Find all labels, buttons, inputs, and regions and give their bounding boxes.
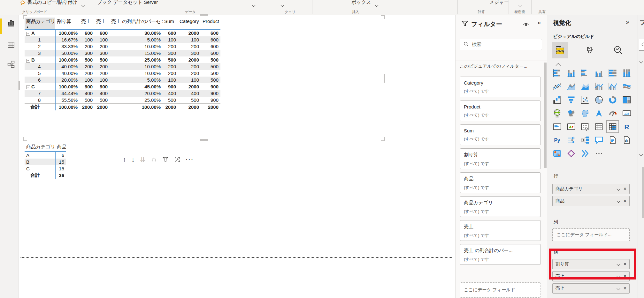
column-header[interactable]: 売上 — [80, 18, 95, 29]
cell[interactable]: 500 — [201, 63, 220, 70]
decomposition-tree-icon[interactable] — [579, 134, 591, 146]
eye-icon[interactable] — [523, 22, 529, 28]
filter-card[interactable]: Product(すべて) です — [460, 101, 541, 121]
report-view-button[interactable] — [7, 19, 15, 27]
table-row[interactable]: 116.67%1001005.00%100100600 — [25, 36, 220, 43]
column-header[interactable]: 商品カテゴリ — [25, 143, 55, 152]
r-script-visual-icon[interactable]: R — [621, 121, 632, 132]
100-stacked-bar-chart-icon[interactable] — [607, 67, 618, 79]
cell[interactable]: 40.00% — [55, 70, 80, 77]
waterfall-chart-icon[interactable] — [551, 94, 563, 106]
cell[interactable]: 100 — [80, 36, 95, 43]
donut-chart-icon[interactable] — [607, 94, 618, 106]
cell[interactable]: 200 — [80, 63, 95, 70]
cell[interactable]: 100.00% — [110, 104, 163, 111]
row-header[interactable]: C — [25, 165, 55, 172]
row-header[interactable]: −B — [25, 56, 55, 63]
cell[interactable]: 400 — [80, 90, 95, 97]
matrix-table[interactable]: 商品カテゴリ▲割り算売上売上売上 の列合計のパーセントSumCategoryPr… — [25, 18, 220, 110]
cell[interactable]: 500 — [95, 56, 110, 63]
cell[interactable]: 500 — [201, 70, 220, 77]
new-measure-button[interactable]: メジャー — [489, 0, 509, 5]
cell[interactable]: 200 — [178, 63, 201, 70]
filters-button[interactable] — [162, 156, 169, 163]
cell[interactable]: 16.67% — [55, 36, 80, 43]
cell[interactable]: 300 — [80, 50, 95, 56]
format-painter-button[interactable]: 書式のコピー/貼り付け — [27, 0, 77, 5]
ribbon-chart-icon[interactable] — [621, 81, 632, 92]
cell[interactable]: 25.00% — [110, 97, 163, 104]
cell[interactable]: 200 — [178, 43, 201, 50]
row-header[interactable]: 8 — [25, 97, 55, 104]
collapse-icon[interactable]: − — [26, 59, 30, 63]
cell[interactable]: 600 — [95, 29, 110, 36]
power-automate-icon[interactable] — [579, 148, 591, 159]
cell[interactable]: 40.00% — [55, 63, 80, 70]
cell[interactable]: 500 — [80, 97, 95, 104]
cell[interactable]: 900 — [163, 83, 178, 90]
arcgis-map-icon[interactable] — [551, 148, 563, 159]
row-header[interactable]: 6 — [25, 77, 55, 83]
remove-field-icon[interactable]: × — [624, 198, 626, 204]
row-header[interactable]: 合計 — [25, 104, 55, 111]
cell[interactable]: 600 — [201, 43, 220, 50]
collapse-icon[interactable]: − — [26, 32, 30, 36]
cell[interactable]: 10.00% — [110, 63, 163, 70]
resize-handle-right[interactable] — [384, 74, 385, 83]
tab-build-visual[interactable] — [552, 42, 568, 58]
resize-handle-top-right[interactable] — [381, 15, 385, 19]
column-header[interactable]: 商品カテゴリ▲ — [25, 18, 55, 29]
cell[interactable]: 2000 — [80, 104, 95, 111]
python-visual-icon[interactable]: Py — [551, 134, 563, 146]
drill-up-button[interactable]: ↑ — [123, 155, 126, 164]
cell[interactable]: 100 — [178, 36, 201, 43]
table-row[interactable]: 233.33%20020010.00%200200600 — [25, 43, 220, 50]
cell[interactable]: 600 — [163, 29, 178, 36]
cell[interactable]: 100.00% — [55, 83, 80, 90]
filter-card[interactable]: 商品(すべて) です — [460, 172, 541, 193]
field-chip[interactable]: 商品カテゴリ× — [552, 184, 630, 194]
row-header[interactable]: 3 — [25, 50, 55, 56]
table-icon[interactable] — [593, 121, 605, 132]
table-row[interactable]: 620.00%1001005.00%100100500 — [25, 77, 220, 83]
model-view-button[interactable] — [7, 60, 15, 69]
smart-narrative-icon[interactable] — [607, 134, 618, 146]
cell[interactable]: 200 — [163, 70, 178, 77]
area-chart-icon[interactable] — [565, 81, 577, 92]
cell[interactable]: 45.00% — [110, 83, 163, 90]
resize-handle-bottom-left[interactable] — [23, 137, 27, 141]
cell[interactable]: 500 — [163, 56, 178, 63]
cell[interactable]: 100 — [95, 77, 110, 83]
collapse-pane-icon[interactable]: » — [626, 18, 629, 26]
collapse-pane-icon[interactable]: » — [537, 19, 541, 26]
cell[interactable]: 2000 — [178, 56, 201, 63]
cell[interactable]: 900 — [201, 83, 220, 90]
cell[interactable]: 200 — [163, 43, 178, 50]
cell[interactable]: 2000 — [178, 104, 201, 111]
100-stacked-column-chart-icon[interactable] — [621, 67, 632, 79]
multi-row-card-icon[interactable] — [551, 121, 563, 132]
cell[interactable]: 6 — [55, 152, 66, 159]
cell[interactable]: 15 — [55, 159, 66, 165]
row-header[interactable]: 1 — [25, 36, 55, 43]
cell[interactable]: 200 — [163, 63, 178, 70]
cell[interactable]: 50.00% — [55, 50, 80, 56]
cell[interactable]: 30.00% — [110, 29, 163, 36]
text-box-button[interactable]: ボックス — [351, 0, 371, 5]
cell[interactable]: 900 — [80, 83, 95, 90]
column-header[interactable]: Product — [201, 18, 220, 29]
cell[interactable]: 900 — [201, 90, 220, 97]
resize-handle-bottom[interactable] — [200, 139, 208, 141]
chevron-down-icon[interactable] — [617, 199, 620, 203]
cell[interactable]: 300 — [95, 50, 110, 56]
table-row[interactable]: 350.00%30030015.00%300300600 — [25, 50, 220, 56]
cell[interactable]: 600 — [201, 36, 220, 43]
remove-field-icon[interactable]: × — [624, 261, 626, 267]
cell[interactable]: 15.00% — [110, 50, 163, 56]
cell[interactable]: 300 — [178, 50, 201, 56]
table-row[interactable]: −C100.00%90090045.00%9002000900 — [25, 83, 220, 90]
cell[interactable]: 20.00% — [110, 90, 163, 97]
azure-map-icon[interactable] — [593, 108, 605, 119]
pie-chart-icon[interactable] — [593, 94, 605, 106]
chevron-down-icon[interactable] — [617, 187, 620, 190]
